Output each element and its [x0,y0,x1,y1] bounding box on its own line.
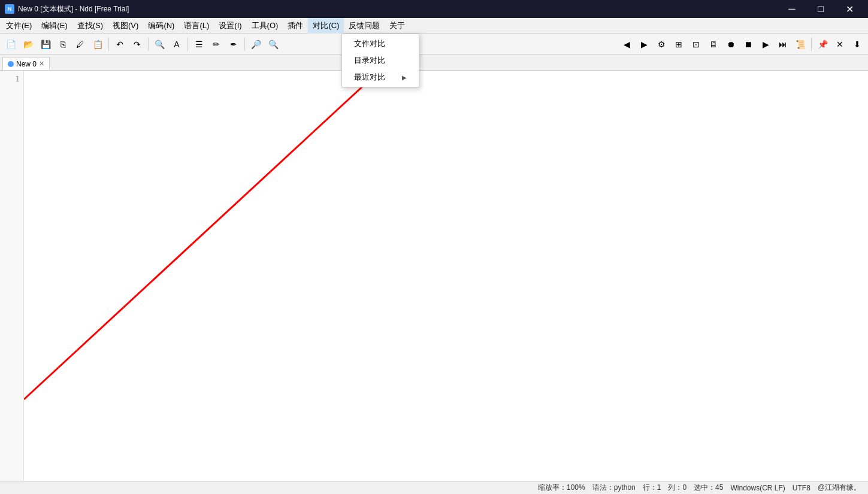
toolbar-btn-right-固定[interactable]: 📌 [814,36,831,53]
window-title: New 0 [文本模式] - Ndd [Free Trial] [18,4,129,14]
menubar: 文件(E)编辑(E)查找(S)视图(V)编码(N)语言(L)设置(I)工具(O)… [0,18,868,34]
toolbar-btn-right-下一步[interactable]: ⏭ [775,36,791,53]
toolbar-btn-细笔[interactable]: ✒ [225,36,242,53]
toolbar-btn-放大[interactable]: 🔎 [247,36,264,53]
editor-container: 1 [0,71,868,481]
toolbar-btn-重做[interactable]: ↷ [129,36,146,53]
menu-item-tools[interactable]: 工具(O) [247,18,283,34]
minimize-button[interactable]: ─ [778,0,806,18]
tabbar: New 0 ✕ [0,55,868,71]
compare-menu-item-file-compare[interactable]: 文件对比 [342,35,419,52]
tab-close-button[interactable]: ✕ [39,60,44,68]
menu-item-compare[interactable]: 对比(C) [308,18,344,34]
col-status: 列：0 [668,483,686,493]
toolbar: 📄📂💾⎘🖊📋↶↷🔍A☰✏✒🔎🔍◀▶⚙⊞⊡🖥⏺⏹▶⏭📜📌✕⬇ [0,34,868,55]
submenu-arrow-icon: ▶ [402,74,407,81]
toolbar-separator [811,38,812,51]
toolbar-btn-保存[interactable]: 💾 [37,36,54,53]
line-ending-status: Windows(CR LF) [730,484,785,492]
menu-item-search[interactable]: 查找(S) [72,18,108,34]
window-controls: ─ □ ✕ [778,0,863,18]
toolbar-separator [148,38,149,51]
menu-item-encoding[interactable]: 编码(N) [143,18,179,34]
compare-menu-item-dir-compare[interactable]: 目录对比 [342,52,419,69]
encoding-status: UTF8 [793,484,810,492]
toolbar-btn-新建[interactable]: 📄 [2,36,19,53]
app-icon: N [5,4,14,14]
red-diagonal-line [24,71,868,481]
toolbar-btn-替换[interactable]: A [168,36,185,53]
statusbar: 缩放率：100% 语法：python 行：1 列：0 选中：45 Windows… [0,481,868,494]
toolbar-btn-书签[interactable]: ☰ [190,36,207,53]
menu-item-feedback[interactable]: 反馈问题 [344,18,385,34]
toolbar-btn-right-全屏[interactable]: 🖥 [705,36,722,53]
tab-label: New 0 [16,60,37,68]
title-left: N New 0 [文本模式] - Ndd [Free Trial] [5,4,129,14]
row-status: 行：1 [643,483,661,493]
toolbar-btn-缩小[interactable]: 🔍 [265,36,282,53]
menu-item-file[interactable]: 文件(E) [1,18,37,34]
toolbar-btn-打开[interactable]: 📂 [20,36,37,53]
toolbar-btn-right-关闭侧栏[interactable]: ✕ [831,36,848,53]
toolbar-btn-right-设置[interactable]: ⚙ [653,36,670,53]
toolbar-btn-查找[interactable]: 🔍 [151,36,168,53]
language-status: 语法：python [592,483,636,493]
toolbar-btn-标记[interactable]: 🖊 [72,36,89,53]
menu-item-plugins[interactable]: 插件 [283,18,308,34]
toolbar-btn-撤销[interactable]: ↶ [111,36,128,53]
tab-new0[interactable]: New 0 ✕ [2,57,50,70]
toolbar-btn-right-播放[interactable]: ▶ [757,36,774,53]
toolbar-btn-right-滚动[interactable]: ⬇ [849,36,866,53]
toolbar-separator [244,38,245,51]
close-button[interactable]: ✕ [836,0,863,18]
toolbar-separator [187,38,188,51]
menu-item-language[interactable]: 语言(L) [179,18,214,34]
toolbar-btn-粘贴[interactable]: 📋 [89,36,106,53]
compare-menu-item-recent-compare[interactable]: 最近对比▶ [342,69,419,86]
line-number-1: 1 [0,73,20,85]
menu-item-edit[interactable]: 编辑(E) [37,18,72,34]
toolbar-btn-笔[interactable]: ✏ [208,36,225,53]
toolbar-btn-right-分栏[interactable]: ⊞ [670,36,687,53]
toolbar-btn-另存为[interactable]: ⎘ [55,36,71,53]
toolbar-separator [108,38,109,51]
toolbar-btn-right-前进[interactable]: ▶ [636,36,652,53]
menu-item-view[interactable]: 视图(V) [108,18,143,34]
line-numbers: 1 [0,71,24,481]
toolbar-btn-right-脚本[interactable]: 📜 [792,36,809,53]
editor-area[interactable] [24,71,868,481]
selection-status: 选中：45 [694,483,723,493]
maximize-button[interactable]: □ [807,0,834,18]
toolbar-btn-right-录制[interactable]: ⏺ [722,36,739,53]
menu-item-settings[interactable]: 设置(I) [214,18,246,34]
menu-item-about[interactable]: 关于 [385,18,410,34]
compare-dropdown-menu: 文件对比目录对比最近对比▶ [341,34,419,87]
extra-status: @江湖有缘。 [818,483,861,493]
toolbar-btn-right-后退[interactable]: ◀ [618,36,635,53]
toolbar-btn-right-单栏[interactable]: ⊡ [688,36,704,53]
svg-line-0 [24,71,380,399]
titlebar: N New 0 [文本模式] - Ndd [Free Trial] ─ □ ✕ [0,0,868,18]
tab-icon [8,61,14,67]
zoom-status: 缩放率：100% [538,483,585,493]
toolbar-btn-right-停止[interactable]: ⏹ [740,36,757,53]
